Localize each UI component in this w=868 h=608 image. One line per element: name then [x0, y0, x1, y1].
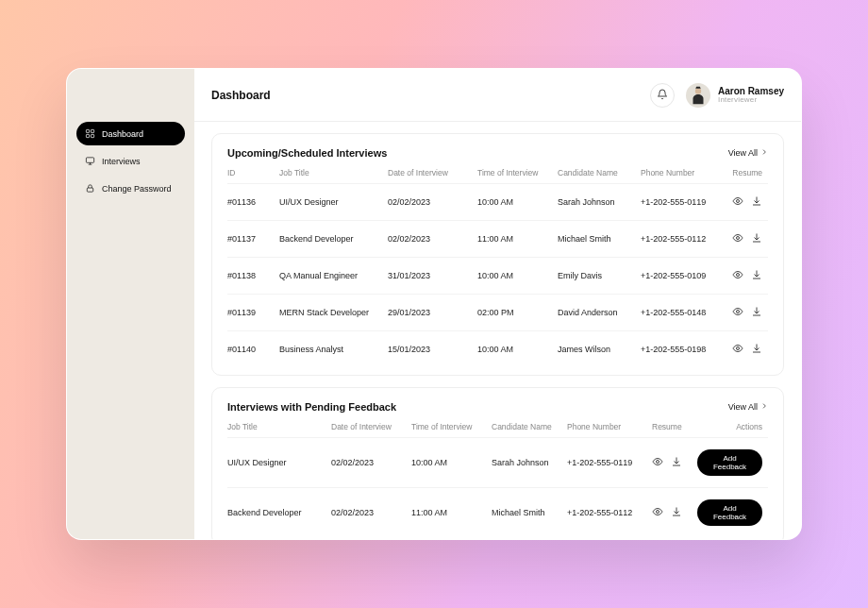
- cell-candidate: David Anderson: [558, 308, 641, 317]
- cell-actions: Add Feedback: [697, 499, 768, 526]
- app-window: Dashboard Interviews Change Password Das…: [66, 68, 802, 540]
- table-row: Backend Developer02/02/202311:00 AMMicha…: [227, 487, 768, 537]
- chevron-right-icon: [760, 148, 768, 158]
- cell-phone: +1-202-555-0148: [641, 308, 726, 317]
- col-time: Time of Interview: [477, 168, 558, 177]
- download-icon[interactable]: [751, 306, 762, 319]
- eye-icon[interactable]: [732, 306, 743, 319]
- download-icon[interactable]: [671, 506, 682, 519]
- svg-rect-1: [91, 129, 93, 132]
- table-row: #01140Business Analyst15/01/202310:00 AM…: [227, 330, 768, 367]
- eye-icon[interactable]: [732, 232, 743, 245]
- svg-rect-4: [86, 158, 93, 163]
- cell-resume: [652, 506, 697, 519]
- eye-icon[interactable]: [732, 269, 743, 282]
- download-icon[interactable]: [751, 269, 762, 282]
- cell-job: UI/UX Designer: [227, 458, 331, 467]
- svg-rect-7: [87, 188, 92, 192]
- cell-time: 11:00 AM: [411, 508, 492, 517]
- download-icon[interactable]: [751, 232, 762, 245]
- page-title: Dashboard: [211, 89, 271, 102]
- eye-icon[interactable]: [652, 506, 663, 519]
- cell-id: #01137: [227, 234, 279, 244]
- add-feedback-button[interactable]: Add Feedback: [697, 499, 762, 526]
- svg-point-8: [695, 88, 701, 93]
- notifications-button[interactable]: [650, 83, 675, 108]
- col-resume: Resume: [652, 422, 697, 431]
- sidebar-item-label: Interviews: [102, 157, 141, 166]
- content-scroll[interactable]: Upcoming/Scheduled Interviews View All I…: [194, 122, 801, 539]
- user-block: Aaron Ramsey Interviewer: [718, 86, 784, 105]
- pending-view-all[interactable]: View All: [728, 402, 768, 412]
- cell-job: Backend Developer: [279, 234, 388, 244]
- add-feedback-button[interactable]: Add Feedback: [697, 449, 762, 476]
- user-name: Aaron Ramsey: [718, 86, 784, 96]
- svg-point-15: [737, 311, 740, 313]
- cell-resume: [726, 269, 768, 282]
- cell-job: UI/UX Designer: [279, 197, 388, 207]
- table-row: #01139MERN Stack Developer29/01/202302:0…: [227, 294, 768, 330]
- svg-point-11: [737, 237, 740, 240]
- eye-icon[interactable]: [732, 343, 743, 356]
- cell-candidate: Emily Davis: [558, 271, 641, 280]
- cell-time: 11:00 AM: [477, 234, 558, 244]
- col-job: Job Title: [227, 422, 331, 431]
- pending-table: Job Title Date of Interview Time of Inte…: [227, 422, 768, 537]
- svg-rect-0: [86, 129, 89, 132]
- table-row: UI/UX Designer02/02/202310:00 AMSarah Jo…: [227, 437, 768, 487]
- sidebar-item-interviews[interactable]: Interviews: [76, 149, 185, 173]
- lock-icon: [85, 183, 95, 194]
- cell-resume: [652, 456, 697, 469]
- cell-time: 10:00 AM: [477, 345, 558, 354]
- sidebar: Dashboard Interviews Change Password: [67, 69, 194, 539]
- table-header: Job Title Date of Interview Time of Inte…: [227, 422, 768, 437]
- cell-resume: [726, 343, 768, 356]
- header: Dashboard Aaron Ramsey Interviewer: [194, 69, 801, 122]
- cell-job: QA Manual Engineer: [279, 271, 388, 280]
- col-time: Time of Interview: [411, 422, 492, 431]
- svg-point-19: [657, 461, 659, 464]
- col-job: Job Title: [279, 168, 388, 177]
- cell-date: 31/01/2023: [388, 271, 477, 280]
- cell-id: #01138: [227, 271, 279, 280]
- table-header: ID Job Title Date of Interview Time of I…: [227, 168, 768, 183]
- eye-icon[interactable]: [652, 456, 663, 469]
- cell-resume: [726, 306, 768, 319]
- user-role: Interviewer: [718, 96, 784, 105]
- cell-job: Backend Developer: [227, 508, 331, 517]
- cell-phone: +1-202-555-0198: [641, 345, 726, 354]
- col-resume: Resume: [726, 168, 768, 177]
- eye-icon[interactable]: [732, 195, 743, 209]
- upcoming-title: Upcoming/Scheduled Interviews: [227, 147, 387, 159]
- cell-time: 10:00 AM: [477, 271, 558, 280]
- sidebar-item-dashboard[interactable]: Dashboard: [76, 122, 185, 145]
- table-row: #01137Backend Developer02/02/202311:00 A…: [227, 220, 768, 257]
- cell-date: 15/01/2023: [388, 345, 477, 354]
- download-icon[interactable]: [671, 456, 682, 469]
- cell-candidate: James Wilson: [558, 345, 641, 354]
- cell-job: MERN Stack Developer: [279, 308, 388, 317]
- sidebar-item-change-password[interactable]: Change Password: [76, 177, 185, 200]
- download-icon[interactable]: [751, 195, 762, 209]
- table-row: #01136UI/UX Designer02/02/202310:00 AMSa…: [227, 183, 768, 220]
- col-candidate: Candidate Name: [558, 168, 641, 177]
- col-actions: Actions: [697, 422, 768, 431]
- main-area: Dashboard Aaron Ramsey Interviewer: [194, 69, 801, 539]
- svg-point-9: [737, 200, 740, 203]
- svg-point-17: [737, 347, 740, 350]
- upcoming-table: ID Job Title Date of Interview Time of I…: [227, 168, 768, 367]
- cell-id: #01140: [227, 345, 279, 354]
- col-date: Date of Interview: [388, 168, 477, 177]
- bell-icon: [657, 87, 668, 104]
- cell-date: 02/02/2023: [331, 508, 411, 517]
- download-icon[interactable]: [751, 343, 762, 356]
- avatar-person-icon: [688, 85, 709, 106]
- avatar[interactable]: [686, 83, 710, 108]
- upcoming-view-all[interactable]: View All: [728, 148, 768, 158]
- cell-phone: +1-202-555-0119: [641, 197, 726, 207]
- cell-time: 10:00 AM: [411, 458, 492, 467]
- cell-candidate: Michael Smith: [492, 508, 567, 517]
- display-icon: [85, 156, 95, 166]
- cell-time: 02:00 PM: [477, 308, 558, 317]
- cell-date: 02/02/2023: [388, 197, 477, 207]
